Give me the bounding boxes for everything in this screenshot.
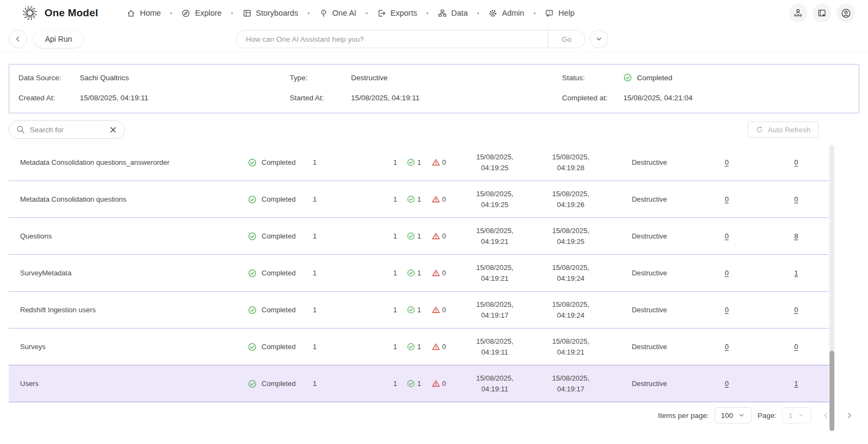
errors-link[interactable]: 0 [725, 343, 729, 351]
members-button[interactable] [789, 4, 807, 22]
back-button[interactable] [9, 30, 27, 48]
row-status-badge: Completed [233, 306, 288, 314]
chevron-down-icon [738, 411, 745, 419]
close-icon [109, 126, 117, 134]
check-circle-icon [407, 306, 415, 314]
table-row[interactable]: Metadata Consolidation questions Complet… [9, 181, 829, 218]
errors-link[interactable]: 0 [725, 269, 729, 277]
nav-item-home[interactable]: Home [126, 9, 161, 18]
table-row-selected[interactable]: Users Completed 1 1 1 0 15/08/2025, 04:1… [9, 365, 829, 402]
page-select[interactable]: 1 [782, 407, 812, 423]
nav-separator: • [366, 10, 368, 16]
help-icon: ? [545, 9, 554, 18]
assistant-expand-button[interactable] [590, 30, 608, 48]
table-row[interactable]: Metadata Consolidation questions_answero… [9, 144, 829, 181]
row-type: Destructive [609, 343, 690, 351]
table-row[interactable]: SurveyMetadata Completed 1 1 1 0 15/08/2… [9, 255, 829, 292]
nav-item-data[interactable]: Data [438, 9, 468, 18]
items-per-page-select[interactable]: 100 [714, 407, 752, 423]
row-started: 15/08/2025, 04:19:11 [457, 336, 533, 357]
row-completed: 15/08/2025, 04:19:24 [533, 299, 609, 320]
nav-item-one-ai[interactable]: One AI [319, 9, 356, 18]
errors-link[interactable]: 0 [725, 158, 729, 166]
row-status-badge: Completed [233, 195, 288, 204]
row-type: Destructive [609, 306, 690, 314]
row-success-count: 1 [401, 306, 426, 314]
nav-item-admin[interactable]: Admin [488, 9, 524, 18]
table-row[interactable]: Questions Completed 1 1 1 0 15/08/2025, … [9, 218, 829, 255]
errors-link[interactable]: 0 [725, 195, 729, 203]
row-link-errors: 0 [690, 306, 763, 314]
nav-item-exports[interactable]: Exports [377, 9, 417, 18]
row-processed: 1 [342, 158, 401, 166]
success-count-text: 1 [417, 158, 421, 166]
row-type: Destructive [609, 269, 690, 277]
nav-label-home: Home [140, 9, 161, 17]
warnings-link[interactable]: 0 [794, 158, 798, 166]
main-menu: Home • Explore • Storyboards • One AI • … [126, 9, 789, 18]
nav-separator: • [308, 10, 310, 16]
one-model-logo-icon [21, 4, 39, 22]
field-label: Type: [290, 74, 351, 82]
warning-count-text: 0 [442, 306, 446, 314]
row-link-warnings: 0 [763, 195, 829, 203]
profile-icon [841, 8, 851, 18]
field-label: Status: [562, 74, 623, 82]
table-row[interactable]: Redshift Ingestion users Completed 1 1 1… [9, 292, 829, 329]
row-completed-text: 15/08/2025, 04:19:17 [546, 373, 595, 394]
table-row[interactable]: Surveys Completed 1 1 1 0 15/08/2025, 04… [9, 329, 829, 365]
nav-separator: • [170, 10, 173, 16]
errors-link[interactable]: 0 [725, 232, 729, 240]
warning-triangle-icon [432, 232, 440, 240]
field-completed-at: Completed at: 15/08/2025, 04:21:04 [553, 94, 859, 102]
clear-search-button[interactable] [109, 126, 117, 134]
row-completed-text: 15/08/2025, 04:19:24 [546, 262, 595, 284]
row-link-warnings: 0 [763, 306, 829, 314]
explore-icon [181, 9, 190, 18]
row-completed-text: 15/08/2025, 04:19:21 [546, 336, 595, 357]
warning-triangle-icon [432, 343, 440, 351]
row-processed: 1 [342, 232, 401, 240]
warnings-link[interactable]: 0 [794, 306, 798, 314]
row-completed-text: 15/08/2025, 04:19:25 [546, 226, 595, 247]
profile-button[interactable] [837, 4, 855, 22]
warnings-link[interactable]: 1 [794, 269, 798, 277]
field-value: 15/08/2025, 04:19:11 [351, 94, 420, 102]
storyboard-favorites-button[interactable]: ★ [813, 4, 831, 22]
field-label: Started At: [290, 94, 351, 102]
row-type: Destructive [609, 158, 690, 166]
warnings-link[interactable]: 0 [794, 343, 798, 351]
auto-refresh-label: Auto Refresh [768, 126, 810, 134]
exports-icon [377, 9, 386, 18]
auto-refresh-button[interactable]: Auto Refresh [748, 121, 819, 138]
table-scrollbar-thumb[interactable] [829, 351, 834, 431]
table-scrollbar-track[interactable] [829, 145, 834, 431]
warnings-link[interactable]: 8 [794, 232, 798, 240]
row-processed: 1 [342, 379, 401, 388]
brand-logo[interactable]: One Model [21, 4, 98, 22]
row-name: Questions [9, 232, 233, 240]
row-link-warnings: 8 [763, 232, 829, 240]
run-info-panel: Data Source: Sachi Qualtrics Type: Destr… [9, 64, 859, 113]
errors-link[interactable]: 0 [725, 306, 729, 314]
row-status-badge: Completed [233, 158, 288, 167]
nav-item-explore[interactable]: Explore [181, 9, 221, 18]
row-processed: 1 [342, 195, 401, 203]
home-icon [126, 9, 136, 18]
go-button[interactable]: Go [548, 30, 585, 48]
errors-link[interactable]: 0 [725, 379, 729, 388]
warning-triangle-icon [432, 195, 440, 203]
row-link-errors: 0 [690, 379, 763, 388]
warnings-link[interactable]: 0 [794, 195, 798, 203]
warning-count-text: 0 [442, 158, 446, 166]
row-status-badge: Completed [233, 343, 288, 351]
field-started-at: Started At: 15/08/2025, 04:19:11 [280, 94, 553, 102]
search-input[interactable] [30, 126, 104, 134]
next-page-button[interactable] [840, 411, 858, 420]
nav-item-help[interactable]: ? Help [545, 9, 575, 18]
ai-assistant-input[interactable] [237, 30, 548, 48]
nav-item-storyboards[interactable]: Storyboards [242, 9, 298, 18]
warnings-link[interactable]: 1 [794, 379, 798, 388]
row-started-text: 15/08/2025, 04:19:11 [470, 373, 519, 394]
ai-assistant-inputgroup: Go [236, 30, 585, 48]
